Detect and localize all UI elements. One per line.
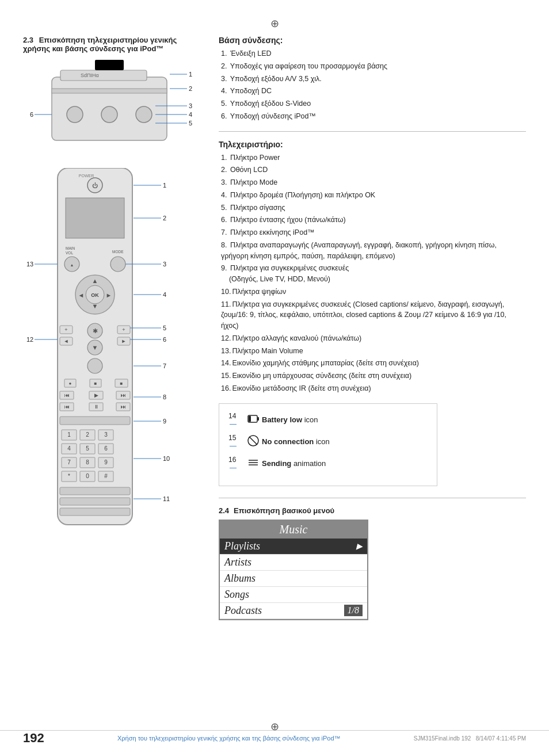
svg-text:7: 7 — [67, 459, 71, 465]
svg-text:13: 13 — [26, 261, 33, 268]
svg-text:2: 2 — [189, 85, 192, 92]
svg-text:POWER: POWER — [79, 174, 94, 178]
sending-label-normal: animation — [291, 459, 326, 468]
section-23-number: 2.3 — [23, 36, 33, 44]
content-area: 2.3 Επισκόπηση τηλεχειριστηρίου γενικής … — [23, 36, 526, 620]
svg-text:⏮: ⏮ — [64, 392, 70, 398]
svg-point-50 — [87, 358, 102, 373]
svg-point-5 — [101, 106, 117, 123]
svg-text:1: 1 — [163, 182, 166, 189]
footer-page-number: 192 — [23, 731, 44, 746]
svg-text:3: 3 — [189, 102, 192, 109]
section-23-title: Επισκόπηση τηλεχειριστηρίου γενικής χρήσ… — [23, 36, 177, 53]
svg-rect-7 — [95, 60, 124, 70]
svg-text:▲: ▲ — [70, 263, 74, 267]
svg-text:⏸: ⏸ — [94, 404, 99, 410]
svg-rect-1 — [60, 70, 147, 81]
svg-text:⏮: ⏮ — [64, 404, 70, 410]
menu-item-label: Playlists — [224, 540, 260, 552]
svg-text:■: ■ — [94, 381, 97, 386]
menu-title: Music — [220, 521, 367, 539]
svg-text:3: 3 — [104, 432, 108, 438]
battery-label-normal: icon — [302, 415, 318, 424]
svg-point-6 — [136, 106, 152, 123]
menu-item-label: Albums — [224, 572, 256, 585]
svg-text:11: 11 — [163, 495, 170, 502]
no-connection-label-normal: icon — [314, 437, 329, 446]
remote-svg: POWER ⏻ MAIN VOL MODE ▲ — [23, 168, 196, 536]
svg-text:8: 8 — [86, 459, 89, 465]
top-symbol: ⊕ — [23, 17, 526, 30]
svg-text:MAIN: MAIN — [66, 246, 75, 250]
bottom-symbol: ⊕ — [270, 720, 279, 733]
svg-point-4 — [67, 106, 83, 123]
svg-text:⏭: ⏭ — [121, 392, 126, 398]
svg-text:6: 6 — [30, 111, 33, 118]
page: ⊕ 2.3 Επισκόπηση τηλεχειριστηρίου γενική… — [0, 0, 549, 756]
list-item: 5. Πλήκτρο σίγασης — [219, 203, 526, 213]
list-item: 11.Πλήκτρα για συγκεκριμένες συσκευές (C… — [219, 299, 526, 331]
svg-rect-24 — [66, 198, 124, 238]
dock-svg: SdΠΙΗα 1 2 3 — [29, 60, 196, 155]
svg-text:1: 1 — [67, 432, 71, 438]
svg-text:10: 10 — [163, 455, 170, 462]
list-item: 12.Πλήκτρο αλλαγής καναλιού (πάνω/κάτω) — [219, 333, 526, 344]
svg-text:*: * — [68, 473, 70, 479]
menu-badge: 1/8 — [344, 605, 363, 616]
svg-text:8: 8 — [163, 394, 166, 400]
svg-rect-125 — [249, 416, 251, 422]
svg-text:▼: ▼ — [92, 344, 98, 351]
section-23-header: 2.3 Επισκόπηση τηλεχειριστηρίου γενικής … — [23, 36, 201, 53]
svg-text:3: 3 — [163, 261, 166, 268]
svg-text:9: 9 — [163, 418, 166, 425]
right-column: Βάση σύνδεσης: 1. Ένδειξη LED 2. Υποδοχέ… — [219, 36, 526, 620]
svg-text:●: ● — [69, 381, 72, 386]
base-section: Βάση σύνδεσης: 1. Ένδειξη LED 2. Υποδοχέ… — [219, 36, 526, 122]
svg-text:◄: ◄ — [64, 338, 69, 344]
menu-item-playlists: Playlists ▶ — [220, 539, 367, 555]
base-title: Βάση σύνδεσης: — [219, 36, 526, 45]
divider-2 — [219, 498, 526, 498]
battery-low-icon — [247, 413, 260, 425]
svg-text:MODE: MODE — [112, 250, 124, 254]
svg-text:5: 5 — [86, 445, 89, 452]
remote-illustration-wrap: POWER ⏻ MAIN VOL MODE ▲ — [23, 168, 201, 538]
svg-rect-94 — [60, 487, 130, 495]
svg-text:◄: ◄ — [78, 292, 85, 299]
svg-text:9: 9 — [104, 459, 108, 465]
svg-text:1: 1 — [189, 71, 192, 78]
menu-item-artists: Artists — [220, 555, 367, 571]
svg-text:VOL: VOL — [66, 251, 73, 255]
svg-text:5: 5 — [163, 324, 166, 331]
svg-text:✱: ✱ — [93, 327, 98, 334]
svg-rect-3 — [52, 89, 167, 93]
svg-text:4: 4 — [189, 111, 192, 118]
svg-rect-95 — [60, 498, 130, 505]
svg-rect-124 — [257, 417, 259, 421]
remote-section: Τηλεχειριστήριο: 1. Πλήκτρο Power 2. Οθό… — [219, 140, 526, 394]
list-item: 3. Πλήκτρο Mode — [219, 177, 526, 188]
battery-label-bold: Battery low — [262, 415, 302, 424]
svg-text:6: 6 — [104, 445, 108, 452]
menu-item-label: Artists — [224, 556, 251, 568]
list-item: 6. Υποδοχή σύνδεσης iPod™ — [219, 111, 526, 122]
menu-item-podcasts: Podcasts 1/8 — [220, 603, 367, 619]
svg-text:+: + — [64, 327, 67, 333]
svg-text:⏻: ⏻ — [92, 182, 98, 189]
list-item: 15.Εικονίδιο μη υπάρχουσας σύνδεσης (δεί… — [219, 371, 526, 381]
list-item: 4. Υποδοχή DC — [219, 86, 526, 97]
svg-text:#: # — [104, 473, 108, 479]
list-item: 13.Πλήκτρο Main Volume — [219, 346, 526, 357]
svg-text:+: + — [122, 327, 125, 333]
list-item: 7. Πλήκτρο εκκίνησης iPod™ — [219, 227, 526, 238]
section-24-number: 2.4 — [219, 506, 229, 515]
svg-text:OK: OK — [91, 292, 99, 298]
menu-item-label: Songs — [224, 589, 249, 601]
svg-line-127 — [249, 437, 257, 445]
svg-text:0: 0 — [86, 473, 89, 479]
list-item: 2. Οθόνη LCD — [219, 165, 526, 175]
svg-text:SdΠΙΗα: SdΠΙΗα — [81, 72, 99, 78]
svg-text:2: 2 — [163, 215, 166, 222]
svg-text:■: ■ — [120, 381, 123, 386]
dock-illustration: SdΠΙΗα 1 2 3 — [29, 60, 201, 156]
